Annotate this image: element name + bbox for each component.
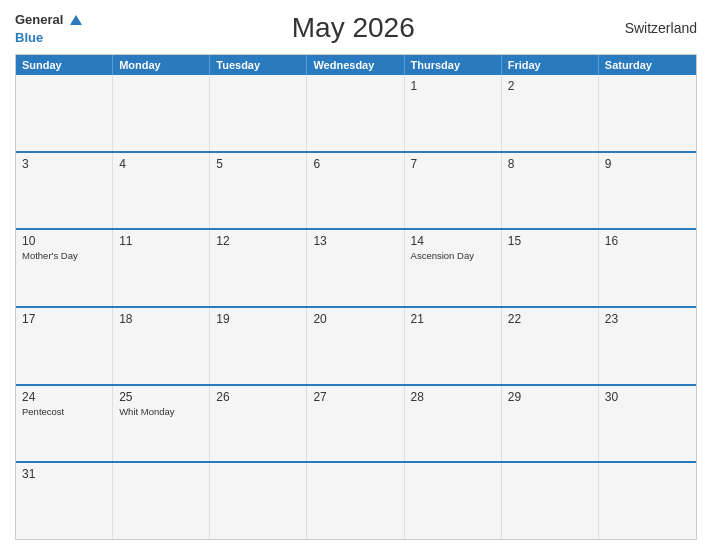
calendar: SundayMondayTuesdayWednesdayThursdayFrid… <box>15 54 697 540</box>
day-cell: 14Ascension Day <box>405 230 502 306</box>
day-cell <box>405 463 502 539</box>
day-event: Ascension Day <box>411 250 495 262</box>
day-cell: 28 <box>405 386 502 462</box>
day-cell: 6 <box>307 153 404 229</box>
day-cell: 24Pentecost <box>16 386 113 462</box>
day-cell: 4 <box>113 153 210 229</box>
logo-triangle-icon <box>70 15 82 25</box>
day-number: 19 <box>216 312 300 326</box>
day-cell: 21 <box>405 308 502 384</box>
day-header: Tuesday <box>210 55 307 75</box>
day-number: 5 <box>216 157 300 171</box>
week-row: 10Mother's Day11121314Ascension Day1516 <box>16 228 696 306</box>
day-header: Wednesday <box>307 55 404 75</box>
day-number: 31 <box>22 467 106 481</box>
day-headers-row: SundayMondayTuesdayWednesdayThursdayFrid… <box>16 55 696 75</box>
day-number: 22 <box>508 312 592 326</box>
day-cell: 22 <box>502 308 599 384</box>
day-cell: 23 <box>599 308 696 384</box>
page: General Blue May 2026 Switzerland Sunday… <box>0 0 712 550</box>
week-row: 31 <box>16 461 696 539</box>
day-number: 16 <box>605 234 690 248</box>
day-cell <box>16 75 113 151</box>
day-number: 30 <box>605 390 690 404</box>
day-cell: 16 <box>599 230 696 306</box>
day-number: 11 <box>119 234 203 248</box>
day-cell: 25Whit Monday <box>113 386 210 462</box>
calendar-title: May 2026 <box>292 12 415 44</box>
day-cell: 17 <box>16 308 113 384</box>
day-header: Sunday <box>16 55 113 75</box>
day-number: 27 <box>313 390 397 404</box>
day-number: 4 <box>119 157 203 171</box>
day-cell <box>113 463 210 539</box>
day-header: Thursday <box>405 55 502 75</box>
day-event: Pentecost <box>22 406 106 418</box>
week-row: 12 <box>16 75 696 151</box>
day-cell: 12 <box>210 230 307 306</box>
day-number: 2 <box>508 79 592 93</box>
day-cell: 8 <box>502 153 599 229</box>
day-event: Mother's Day <box>22 250 106 262</box>
day-header: Friday <box>502 55 599 75</box>
day-cell: 31 <box>16 463 113 539</box>
country-label: Switzerland <box>625 20 697 36</box>
day-cell: 10Mother's Day <box>16 230 113 306</box>
day-number: 15 <box>508 234 592 248</box>
day-cell: 5 <box>210 153 307 229</box>
day-cell <box>599 463 696 539</box>
logo-general-text: General <box>15 12 63 27</box>
day-number: 21 <box>411 312 495 326</box>
day-number: 3 <box>22 157 106 171</box>
logo-blue-line: Blue <box>15 28 43 46</box>
day-cell <box>210 463 307 539</box>
day-number: 7 <box>411 157 495 171</box>
day-event: Whit Monday <box>119 406 203 418</box>
calendar-body: 12345678910Mother's Day11121314Ascension… <box>16 75 696 539</box>
day-cell: 29 <box>502 386 599 462</box>
day-number: 14 <box>411 234 495 248</box>
day-cell <box>210 75 307 151</box>
day-cell: 20 <box>307 308 404 384</box>
day-number: 8 <box>508 157 592 171</box>
day-cell <box>307 75 404 151</box>
day-cell <box>113 75 210 151</box>
day-cell: 26 <box>210 386 307 462</box>
day-number: 13 <box>313 234 397 248</box>
logo-blue-text: Blue <box>15 30 43 45</box>
day-number: 18 <box>119 312 203 326</box>
day-cell: 2 <box>502 75 599 151</box>
day-cell <box>599 75 696 151</box>
day-number: 26 <box>216 390 300 404</box>
day-cell: 30 <box>599 386 696 462</box>
week-row: 24Pentecost25Whit Monday2627282930 <box>16 384 696 462</box>
logo: General Blue <box>15 10 82 46</box>
day-number: 1 <box>411 79 495 93</box>
day-cell: 1 <box>405 75 502 151</box>
day-header: Monday <box>113 55 210 75</box>
day-cell: 19 <box>210 308 307 384</box>
week-row: 17181920212223 <box>16 306 696 384</box>
day-cell: 9 <box>599 153 696 229</box>
day-cell: 27 <box>307 386 404 462</box>
header: General Blue May 2026 Switzerland <box>15 10 697 46</box>
day-cell: 15 <box>502 230 599 306</box>
day-cell: 11 <box>113 230 210 306</box>
day-cell: 3 <box>16 153 113 229</box>
day-cell <box>307 463 404 539</box>
day-cell <box>502 463 599 539</box>
day-number: 10 <box>22 234 106 248</box>
day-number: 17 <box>22 312 106 326</box>
day-number: 20 <box>313 312 397 326</box>
day-number: 12 <box>216 234 300 248</box>
day-number: 28 <box>411 390 495 404</box>
day-number: 23 <box>605 312 690 326</box>
day-cell: 7 <box>405 153 502 229</box>
day-number: 29 <box>508 390 592 404</box>
week-row: 3456789 <box>16 151 696 229</box>
day-number: 6 <box>313 157 397 171</box>
day-cell: 18 <box>113 308 210 384</box>
day-number: 9 <box>605 157 690 171</box>
day-number: 25 <box>119 390 203 404</box>
logo-general-line: General <box>15 10 82 28</box>
